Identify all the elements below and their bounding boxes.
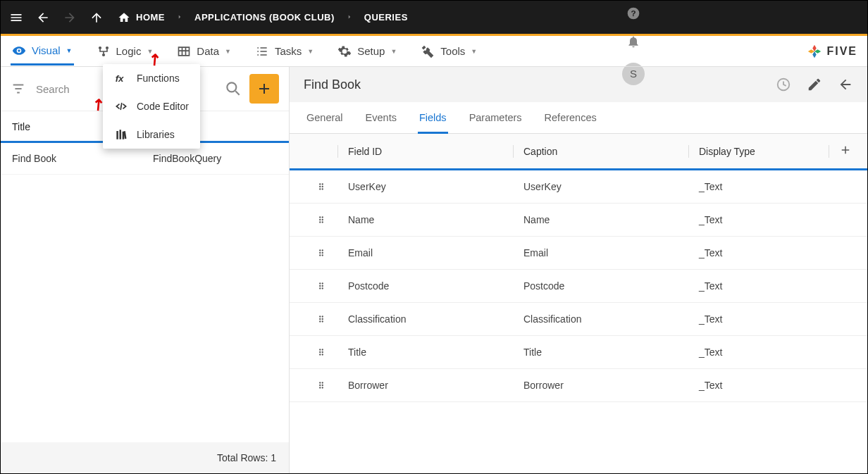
data-icon [177,44,191,58]
cell-field-id: Postcode [348,280,513,292]
tabs: GeneralEventsFieldsParametersReferences [290,102,867,134]
tab-parameters[interactable]: Parameters [468,102,523,133]
tool-setup[interactable]: Setup▼ [336,39,398,64]
help-icon[interactable]: ? [626,6,640,20]
logic-icon [97,44,111,58]
tool-tools[interactable]: Tools▼ [419,39,478,64]
tab-events[interactable]: Events [364,102,398,133]
cell-caption: Email [523,247,688,258]
svg-text:?: ? [631,8,636,18]
tool-visual[interactable]: Visual▼ [11,38,74,66]
svg-point-15 [322,188,323,189]
svg-point-36 [319,318,321,320]
filter-icon[interactable] [11,81,26,96]
drag-handle-icon[interactable] [316,281,326,291]
cell-field-id: Email [348,247,513,258]
table-row[interactable]: ClassificationClassification_Text [290,303,867,336]
cell-title: Find Book [12,153,153,164]
brand-logo: FIVE [807,44,857,59]
drag-handle-icon[interactable] [316,314,326,324]
svg-point-10 [319,183,321,185]
cell-caption: UserKey [523,181,688,192]
cell-display-type: _Text [699,247,852,258]
svg-point-32 [319,287,321,289]
svg-point-22 [319,249,321,251]
topbar: HOME APPLICATIONS (BOOK CLUB) QUERIES ? … [1,1,867,34]
svg-point-49 [322,385,323,386]
cell-caption: Name [523,214,688,225]
svg-point-23 [322,249,323,251]
add-field-button[interactable] [839,144,852,158]
svg-point-5 [105,46,108,49]
svg-point-11 [322,183,323,185]
search-icon[interactable] [224,80,242,98]
svg-point-43 [322,351,323,353]
cell-field-id: Name [348,214,513,225]
cell-caption: Title [523,347,688,358]
table-row[interactable]: NameName_Text [290,204,867,237]
tab-general[interactable]: General [305,102,345,133]
cell-display-type: _Text [699,380,852,391]
table-row[interactable]: PostcodePostcode_Text [290,270,867,303]
tool-data[interactable]: Data▼ [175,39,232,64]
svg-point-29 [322,282,323,284]
chevron-right-icon [346,12,353,23]
drag-handle-icon[interactable] [316,215,326,225]
svg-point-41 [322,349,323,350]
up-icon[interactable] [89,11,104,25]
svg-text:fx: fx [116,73,124,84]
tool-tasks[interactable]: Tasks▼ [254,39,315,64]
eye-icon [12,44,26,58]
svg-point-37 [322,318,323,320]
cell-caption: Postcode [523,280,688,292]
dd-functions[interactable]: fx Functions [103,64,200,92]
table-row[interactable]: EmailEmail_Text [290,237,867,270]
svg-point-40 [319,349,321,350]
cell-display-type: _Text [699,313,852,325]
tab-references[interactable]: References [543,102,598,133]
back-icon[interactable] [36,11,50,25]
table-row[interactable]: TitleTitle_Text [290,336,867,369]
forward-icon [63,11,77,25]
svg-point-45 [322,354,323,355]
tool-logic[interactable]: Logic▼ [95,39,155,64]
dd-libraries[interactable]: Libraries [103,120,200,149]
col-caption[interactable]: Caption [523,146,688,157]
cell-caption: Borrower [523,380,688,391]
svg-point-4 [98,46,101,49]
breadcrumb: HOME APPLICATIONS (BOOK CLUB) QUERIES [118,11,408,24]
logic-dropdown: fx Functions Code Editor Libraries [103,64,200,149]
col-field-id[interactable]: Field ID [348,146,513,157]
add-button[interactable] [249,74,279,104]
toolbar: Visual▼ Logic▼ Data▼ Tasks▼ Setup▼ Tools… [1,36,867,67]
drag-handle-icon[interactable] [316,380,326,390]
table-row[interactable]: UserKeyUserKey_Text [290,170,867,204]
cell-display-type: _Text [699,347,852,358]
svg-point-38 [319,320,321,322]
col-display-type[interactable]: Display Type [699,146,829,157]
svg-point-42 [319,351,321,353]
page-title: Find Book [304,77,361,92]
cell-field-id: Classification [348,313,513,325]
drag-handle-icon[interactable] [316,182,326,192]
grid-head: Field ID Caption Display Type [290,134,867,170]
table-row[interactable]: BorrowerBorrower_Text [290,369,867,402]
dd-code-editor[interactable]: Code Editor [103,92,200,120]
svg-point-16 [319,216,321,218]
crumb-applications[interactable]: APPLICATIONS (BOOK CLUB) [194,12,335,23]
logo-icon [807,44,822,59]
tab-fields[interactable]: Fields [418,102,448,134]
drag-handle-icon[interactable] [316,248,326,258]
crumb-queries[interactable]: QUERIES [364,12,408,23]
cell-field-id: Borrower [348,380,513,391]
svg-point-48 [319,385,321,386]
svg-point-50 [319,387,321,388]
crumb-home[interactable]: HOME [118,11,165,24]
svg-point-51 [322,387,323,388]
svg-point-46 [319,382,321,383]
svg-point-47 [322,382,323,383]
gear-icon [337,44,352,58]
drag-handle-icon[interactable] [316,347,326,357]
menu-icon[interactable] [9,11,23,25]
svg-point-14 [319,188,321,189]
